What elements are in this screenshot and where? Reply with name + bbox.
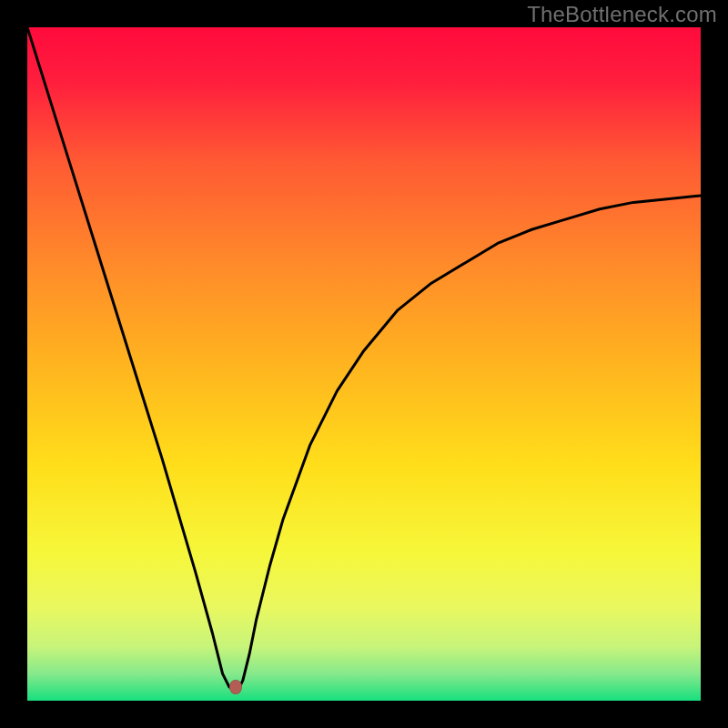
watermark-text: TheBottleneck.com	[527, 2, 717, 27]
plot-area	[27, 27, 701, 701]
minimum-marker	[229, 680, 242, 694]
chart-container: TheBottleneck.com	[0, 0, 728, 728]
gradient-background	[27, 27, 701, 701]
plot-svg	[27, 27, 701, 701]
